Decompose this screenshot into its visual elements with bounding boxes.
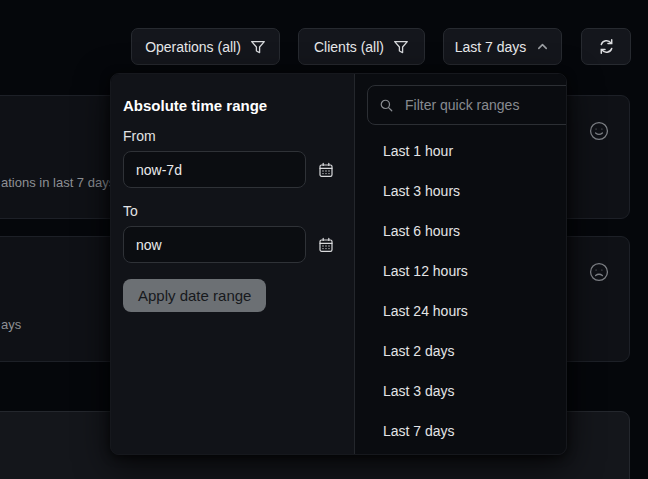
chevron-up-icon bbox=[535, 39, 550, 54]
quick-range-option[interactable]: Last 7 days bbox=[355, 411, 567, 451]
calendar-icon[interactable] bbox=[318, 162, 334, 178]
quick-ranges-search-input[interactable] bbox=[403, 96, 567, 114]
from-input[interactable] bbox=[123, 151, 306, 188]
filter-icon bbox=[250, 39, 266, 55]
quick-range-option[interactable]: Last 6 hours bbox=[355, 211, 567, 251]
absolute-time-range-section: Absolute time range From bbox=[111, 74, 354, 454]
time-range-button[interactable]: Last 7 days bbox=[443, 28, 562, 65]
quick-range-option[interactable]: Last 1 hour bbox=[355, 131, 567, 171]
quick-ranges-list: Last 1 hour Last 3 hours Last 6 hours La… bbox=[355, 131, 567, 451]
absolute-time-range-title: Absolute time range bbox=[123, 97, 334, 114]
time-range-picker-popover: Absolute time range From bbox=[110, 73, 567, 455]
sad-face-icon bbox=[588, 261, 610, 283]
refresh-icon bbox=[598, 38, 615, 55]
time-range-label: Last 7 days bbox=[455, 39, 527, 55]
quick-range-option[interactable]: Last 24 hours bbox=[355, 291, 567, 331]
app-screen: ations in last 7 days ays Operations (al… bbox=[0, 0, 648, 479]
from-label: From bbox=[123, 128, 334, 144]
calendar-icon[interactable] bbox=[318, 237, 334, 253]
to-label: To bbox=[123, 203, 334, 219]
card-subtitle: ations in last 7 days bbox=[1, 175, 115, 190]
refresh-button[interactable] bbox=[581, 28, 631, 65]
quick-range-option[interactable]: Last 12 hours bbox=[355, 251, 567, 291]
filter-icon bbox=[393, 39, 409, 55]
quick-ranges-search[interactable] bbox=[367, 85, 567, 125]
clients-filter-label: Clients (all) bbox=[314, 39, 384, 55]
quick-range-option[interactable]: Last 3 hours bbox=[355, 171, 567, 211]
search-icon bbox=[379, 98, 394, 113]
clients-filter-button[interactable]: Clients (all) bbox=[298, 28, 425, 65]
operations-filter-label: Operations (all) bbox=[145, 39, 241, 55]
quick-range-option[interactable]: Last 3 days bbox=[355, 371, 567, 411]
quick-range-option[interactable]: Last 2 days bbox=[355, 331, 567, 371]
operations-filter-button[interactable]: Operations (all) bbox=[131, 28, 280, 65]
happy-face-icon bbox=[588, 120, 610, 142]
apply-date-range-button[interactable]: Apply date range bbox=[123, 279, 266, 312]
to-input[interactable] bbox=[123, 226, 306, 263]
quick-ranges-section: Last 1 hour Last 3 hours Last 6 hours La… bbox=[354, 74, 567, 454]
card-subtitle: ays bbox=[1, 317, 21, 332]
